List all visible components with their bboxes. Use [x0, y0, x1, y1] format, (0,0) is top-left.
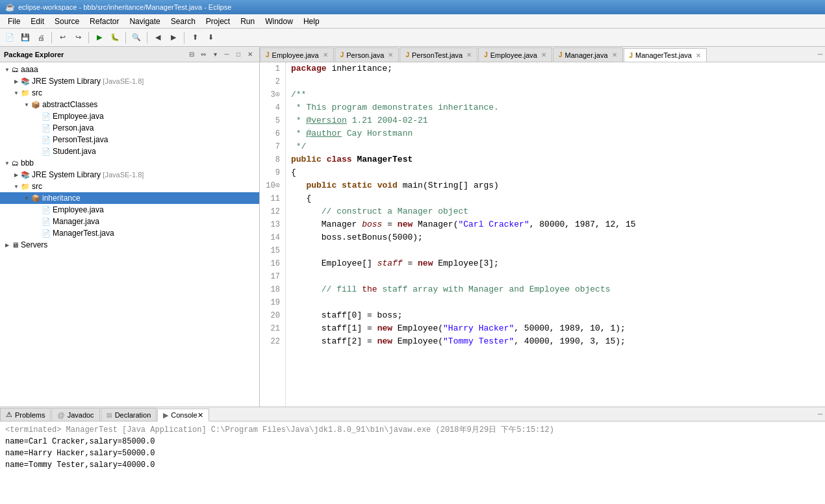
line-num-13: 13	[262, 218, 280, 231]
tree-file-managertest[interactable]: 📄 ManagerTest.java	[0, 227, 259, 239]
tab-persontest-java[interactable]: J PersonTest.java ✕	[400, 47, 477, 62]
console-line-2: name=Harry Hacker,salary=50000.0	[5, 447, 820, 459]
toggle-aaaa[interactable]: ▼	[3, 67, 12, 73]
menu-file[interactable]: File	[3, 16, 25, 27]
tree-jre-aaaa[interactable]: ▶ 📚 JRE System Library [JavaSE-1.8]	[0, 75, 259, 87]
toggle-src-aaaa[interactable]: ▼	[12, 90, 21, 96]
tab-icon-manager: J	[559, 51, 563, 58]
toggle-jre-aaaa[interactable]: ▶	[12, 79, 21, 84]
file-icon-employee-bbb: 📄	[42, 206, 51, 214]
tab-close-employee[interactable]: ✕	[323, 51, 328, 58]
menu-source[interactable]: Source	[49, 16, 84, 27]
tab-employee-java[interactable]: J Employee.java ✕	[260, 47, 334, 62]
toolbar-forward[interactable]: ▶	[166, 31, 181, 45]
toolbar-save[interactable]: 💾	[18, 31, 32, 45]
code-editor[interactable]: 1 2 3⊙ 4 5 6 7 8 9 10⊙ 11 12 13 14	[260, 62, 825, 407]
line-num-14: 14	[262, 231, 280, 244]
tree-project-aaaa[interactable]: ▼ 🗂 aaaa	[0, 64, 259, 75]
tab-declaration[interactable]: ▤ Declaration	[101, 408, 157, 421]
line-num-3: 3⊙	[262, 88, 280, 101]
toolbar-next-edit[interactable]: ⬇	[203, 31, 218, 45]
toolbar-redo[interactable]: ↪	[71, 31, 85, 45]
toolbar-sep2	[88, 32, 89, 44]
tree-src-bbb[interactable]: ▼ 📁 src	[0, 181, 259, 192]
tree-pkg-abstract[interactable]: ▼ 📦 abstractClasses	[0, 99, 259, 110]
label-managertest: ManagerTest.java	[53, 229, 114, 238]
file-icon-managertest: 📄	[42, 229, 51, 238]
tab-close-console[interactable]: ✕	[197, 411, 203, 420]
menu-project[interactable]: Project	[201, 16, 235, 27]
tree-file-employee-bbb[interactable]: 📄 Employee.java	[0, 204, 259, 216]
label-persontest: PersonTest.java	[53, 135, 108, 144]
explorer-maximize[interactable]: □	[233, 49, 244, 60]
toolbar-print[interactable]: 🖨	[34, 31, 48, 45]
tab-person-java[interactable]: J Person.java ✕	[335, 47, 400, 62]
toggle-src-bbb[interactable]: ▼	[12, 184, 21, 190]
menu-edit[interactable]: Edit	[25, 16, 49, 27]
explorer-close[interactable]: ✕	[245, 49, 255, 60]
tab-manager-java[interactable]: J Manager.java ✕	[553, 47, 623, 62]
toggle-jre-bbb[interactable]: ▶	[12, 172, 21, 178]
explorer-collapse[interactable]: ⊟	[186, 49, 197, 60]
bottom-tabs: ⚠ Problems @ Javadoc ▤ Declaration ▶ Con…	[0, 407, 825, 422]
line-num-21: 21	[262, 322, 280, 335]
tab-close-manager[interactable]: ✕	[612, 51, 617, 58]
tab-employee2-java[interactable]: J Employee.java ✕	[478, 47, 552, 62]
editor-minimize[interactable]: ─	[815, 51, 825, 58]
menu-navigate[interactable]: Navigate	[124, 16, 165, 27]
toolbar-sep4	[147, 32, 147, 44]
tab-label-manager: Manager.java	[565, 51, 607, 59]
label-servers: Servers	[21, 240, 47, 249]
toolbar-prev-edit[interactable]: ⬆	[188, 31, 202, 45]
toolbar-back[interactable]: ◀	[151, 31, 165, 45]
code-lines[interactable]: package inheritance; /** * This program …	[286, 62, 825, 407]
toolbar-undo[interactable]: ↩	[55, 31, 70, 45]
explorer-minimize[interactable]: ─	[222, 49, 232, 60]
package-tree: ▼ 🗂 aaaa ▶ 📚 JRE System Library [JavaSE-…	[0, 62, 259, 407]
menu-refactor[interactable]: Refactor	[84, 16, 124, 27]
menu-search[interactable]: Search	[166, 16, 201, 27]
tree-file-manager[interactable]: 📄 Manager.java	[0, 216, 259, 227]
toolbar-search[interactable]: 🔍	[129, 31, 144, 45]
label-abstract: abstractClasses	[42, 100, 97, 109]
toolbar-debug[interactable]: 🐛	[108, 31, 122, 45]
tree-project-bbb[interactable]: ▼ 🗂 bbb	[0, 157, 259, 169]
console-line-1: name=Carl Cracker,salary=85000.0	[5, 436, 820, 447]
line-num-18: 18	[262, 283, 280, 296]
code-content: 1 2 3⊙ 4 5 6 7 8 9 10⊙ 11 12 13 14	[260, 62, 825, 407]
tree-pkg-inheritance[interactable]: ▼ 📦 inheritance	[0, 192, 259, 204]
tree-file-persontest[interactable]: 📄 PersonTest.java	[0, 134, 259, 145]
explorer-view-menu[interactable]: ▾	[210, 49, 220, 60]
console-line-3: name=Tommy Tester,salary=40000.0	[5, 459, 820, 471]
tab-close-managertest[interactable]: ✕	[696, 52, 701, 59]
tree-file-student[interactable]: 📄 Student.java	[0, 145, 259, 157]
code-line-6: * @author Cay Horstmann	[291, 127, 825, 140]
toggle-bbb[interactable]: ▼	[3, 160, 12, 166]
tree-file-person[interactable]: 📄 Person.java	[0, 122, 259, 134]
tree-servers[interactable]: ▶ 🖥 Servers	[0, 239, 259, 251]
tab-console[interactable]: ▶ Console ✕	[157, 409, 209, 422]
menu-window[interactable]: Window	[260, 16, 298, 27]
bottom-minimize[interactable]: ─	[815, 410, 825, 418]
tab-close-employee2[interactable]: ✕	[541, 51, 546, 58]
toggle-inheritance[interactable]: ▼	[22, 195, 31, 201]
menu-help[interactable]: Help	[298, 16, 325, 27]
menu-run[interactable]: Run	[235, 16, 260, 27]
tab-close-persontest[interactable]: ✕	[466, 51, 472, 58]
toggle-servers[interactable]: ▶	[3, 242, 12, 248]
line-num-16: 16	[262, 257, 280, 270]
label-student: Student.java	[53, 147, 96, 156]
toolbar-run[interactable]: ▶	[92, 31, 107, 45]
tab-managertest-java[interactable]: J ManagerTest.java ✕	[624, 48, 707, 62]
explorer-link[interactable]: ⇔	[198, 49, 209, 60]
code-line-1: package inheritance;	[291, 62, 825, 75]
toolbar-new[interactable]: 📄	[3, 31, 17, 45]
tree-src-aaaa[interactable]: ▼ 📁 src	[0, 87, 259, 99]
tab-close-person[interactable]: ✕	[388, 51, 393, 58]
tab-javadoc[interactable]: @ Javadoc	[51, 408, 99, 421]
tree-file-employee-aaaa[interactable]: 📄 Employee.java	[0, 110, 259, 122]
file-icon-student: 📄	[42, 147, 51, 156]
tab-problems[interactable]: ⚠ Problems	[0, 408, 51, 421]
toggle-abstract[interactable]: ▼	[22, 102, 31, 108]
tree-jre-bbb[interactable]: ▶ 📚 JRE System Library [JavaSE-1.8]	[0, 169, 259, 181]
